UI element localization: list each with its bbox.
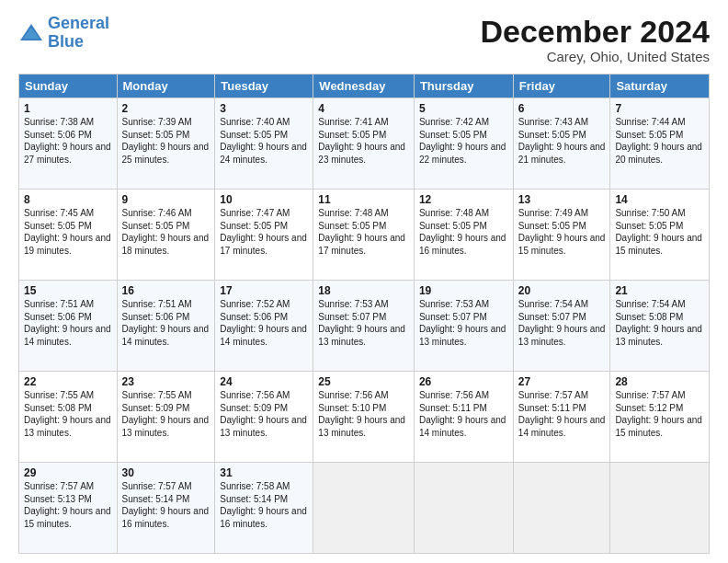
calendar-cell: 20 Sunrise: 7:54 AM Sunset: 5:07 PM Dayl… xyxy=(513,281,610,372)
col-header-sunday: Sunday xyxy=(19,75,118,98)
day-number: 10 xyxy=(220,193,308,206)
col-header-thursday: Thursday xyxy=(414,75,513,98)
day-number: 1 xyxy=(24,102,112,115)
day-number: 27 xyxy=(518,375,606,388)
day-number: 19 xyxy=(419,284,508,297)
day-info: Sunrise: 7:55 AM Sunset: 5:09 PM Dayligh… xyxy=(122,390,210,438)
month-title: December 2024 xyxy=(480,15,710,49)
day-number: 25 xyxy=(318,375,409,388)
day-number: 31 xyxy=(220,466,308,479)
calendar-table: SundayMondayTuesdayWednesdayThursdayFrid… xyxy=(18,74,710,554)
calendar-cell: 17 Sunrise: 7:52 AM Sunset: 5:06 PM Dayl… xyxy=(215,281,313,372)
day-info: Sunrise: 7:47 AM Sunset: 5:05 PM Dayligh… xyxy=(220,208,307,256)
day-number: 3 xyxy=(220,102,308,115)
day-number: 6 xyxy=(518,102,606,115)
logo-icon xyxy=(18,22,44,44)
day-number: 11 xyxy=(318,193,409,206)
day-info: Sunrise: 7:56 AM Sunset: 5:11 PM Dayligh… xyxy=(419,390,506,438)
calendar-cell: 26 Sunrise: 7:56 AM Sunset: 5:11 PM Dayl… xyxy=(414,372,513,463)
page-header: GeneralBlue December 2024 Carey, Ohio, U… xyxy=(18,15,710,64)
day-number: 4 xyxy=(318,102,409,115)
col-header-friday: Friday xyxy=(513,75,610,98)
day-number: 21 xyxy=(615,284,704,297)
day-number: 23 xyxy=(122,375,210,388)
calendar-cell: 14 Sunrise: 7:50 AM Sunset: 5:05 PM Dayl… xyxy=(610,190,710,281)
day-info: Sunrise: 7:53 AM Sunset: 5:07 PM Dayligh… xyxy=(419,299,506,347)
day-info: Sunrise: 7:49 AM Sunset: 5:05 PM Dayligh… xyxy=(518,208,606,256)
calendar-cell: 8 Sunrise: 7:45 AM Sunset: 5:05 PM Dayli… xyxy=(19,190,118,281)
day-info: Sunrise: 7:57 AM Sunset: 5:13 PM Dayligh… xyxy=(24,481,111,529)
day-info: Sunrise: 7:53 AM Sunset: 5:07 PM Dayligh… xyxy=(318,299,405,347)
calendar-cell xyxy=(513,463,610,554)
calendar-cell: 21 Sunrise: 7:54 AM Sunset: 5:08 PM Dayl… xyxy=(610,281,710,372)
day-info: Sunrise: 7:43 AM Sunset: 5:05 PM Dayligh… xyxy=(518,117,606,165)
day-info: Sunrise: 7:56 AM Sunset: 5:09 PM Dayligh… xyxy=(220,390,307,438)
calendar-cell: 10 Sunrise: 7:47 AM Sunset: 5:05 PM Dayl… xyxy=(215,190,313,281)
day-info: Sunrise: 7:57 AM Sunset: 5:12 PM Dayligh… xyxy=(615,390,702,438)
day-number: 17 xyxy=(220,284,308,297)
calendar-cell: 23 Sunrise: 7:55 AM Sunset: 5:09 PM Dayl… xyxy=(117,372,215,463)
calendar-cell: 9 Sunrise: 7:46 AM Sunset: 5:05 PM Dayli… xyxy=(117,190,215,281)
col-header-monday: Monday xyxy=(117,75,215,98)
calendar-cell: 5 Sunrise: 7:42 AM Sunset: 5:05 PM Dayli… xyxy=(414,98,513,190)
day-info: Sunrise: 7:57 AM Sunset: 5:11 PM Dayligh… xyxy=(518,390,606,438)
calendar-cell: 6 Sunrise: 7:43 AM Sunset: 5:05 PM Dayli… xyxy=(513,98,610,190)
calendar-cell: 2 Sunrise: 7:39 AM Sunset: 5:05 PM Dayli… xyxy=(117,98,215,190)
day-info: Sunrise: 7:42 AM Sunset: 5:05 PM Dayligh… xyxy=(419,117,506,165)
day-number: 24 xyxy=(220,375,308,388)
calendar-cell: 30 Sunrise: 7:57 AM Sunset: 5:14 PM Dayl… xyxy=(117,463,215,554)
col-header-wednesday: Wednesday xyxy=(313,75,415,98)
day-number: 13 xyxy=(518,193,606,206)
day-info: Sunrise: 7:50 AM Sunset: 5:05 PM Dayligh… xyxy=(615,208,702,256)
calendar-cell xyxy=(414,463,513,554)
day-info: Sunrise: 7:54 AM Sunset: 5:07 PM Dayligh… xyxy=(518,299,606,347)
calendar-cell: 1 Sunrise: 7:38 AM Sunset: 5:06 PM Dayli… xyxy=(19,98,118,190)
calendar-cell: 29 Sunrise: 7:57 AM Sunset: 5:13 PM Dayl… xyxy=(19,463,118,554)
calendar-cell: 25 Sunrise: 7:56 AM Sunset: 5:10 PM Dayl… xyxy=(313,372,415,463)
day-info: Sunrise: 7:41 AM Sunset: 5:05 PM Dayligh… xyxy=(318,117,405,165)
day-info: Sunrise: 7:44 AM Sunset: 5:05 PM Dayligh… xyxy=(615,117,702,165)
day-number: 5 xyxy=(419,102,508,115)
day-info: Sunrise: 7:52 AM Sunset: 5:06 PM Dayligh… xyxy=(220,299,307,347)
day-info: Sunrise: 7:58 AM Sunset: 5:14 PM Dayligh… xyxy=(220,481,307,529)
calendar-cell: 13 Sunrise: 7:49 AM Sunset: 5:05 PM Dayl… xyxy=(513,190,610,281)
day-info: Sunrise: 7:48 AM Sunset: 5:05 PM Dayligh… xyxy=(419,208,506,256)
day-number: 2 xyxy=(122,102,210,115)
col-header-saturday: Saturday xyxy=(610,75,710,98)
day-number: 22 xyxy=(24,375,112,388)
calendar-cell: 15 Sunrise: 7:51 AM Sunset: 5:06 PM Dayl… xyxy=(19,281,118,372)
calendar-cell xyxy=(313,463,415,554)
calendar-cell: 12 Sunrise: 7:48 AM Sunset: 5:05 PM Dayl… xyxy=(414,190,513,281)
day-info: Sunrise: 7:57 AM Sunset: 5:14 PM Dayligh… xyxy=(122,481,210,529)
day-info: Sunrise: 7:39 AM Sunset: 5:05 PM Dayligh… xyxy=(122,117,210,165)
calendar-cell: 7 Sunrise: 7:44 AM Sunset: 5:05 PM Dayli… xyxy=(610,98,710,190)
day-number: 18 xyxy=(318,284,409,297)
title-block: December 2024 Carey, Ohio, United States xyxy=(480,15,710,64)
day-info: Sunrise: 7:40 AM Sunset: 5:05 PM Dayligh… xyxy=(220,117,307,165)
calendar-cell: 18 Sunrise: 7:53 AM Sunset: 5:07 PM Dayl… xyxy=(313,281,415,372)
day-number: 15 xyxy=(24,284,112,297)
day-number: 28 xyxy=(615,375,704,388)
day-number: 9 xyxy=(122,193,210,206)
day-number: 30 xyxy=(122,466,210,479)
day-number: 26 xyxy=(419,375,508,388)
day-info: Sunrise: 7:48 AM Sunset: 5:05 PM Dayligh… xyxy=(318,208,405,256)
day-info: Sunrise: 7:54 AM Sunset: 5:08 PM Dayligh… xyxy=(615,299,702,347)
calendar-cell: 24 Sunrise: 7:56 AM Sunset: 5:09 PM Dayl… xyxy=(215,372,313,463)
day-info: Sunrise: 7:45 AM Sunset: 5:05 PM Dayligh… xyxy=(24,208,111,256)
calendar-cell: 19 Sunrise: 7:53 AM Sunset: 5:07 PM Dayl… xyxy=(414,281,513,372)
day-info: Sunrise: 7:38 AM Sunset: 5:06 PM Dayligh… xyxy=(24,117,111,165)
day-info: Sunrise: 7:55 AM Sunset: 5:08 PM Dayligh… xyxy=(24,390,111,438)
day-number: 12 xyxy=(419,193,508,206)
day-info: Sunrise: 7:46 AM Sunset: 5:05 PM Dayligh… xyxy=(122,208,210,256)
day-number: 20 xyxy=(518,284,606,297)
calendar-cell xyxy=(610,463,710,554)
calendar-cell: 16 Sunrise: 7:51 AM Sunset: 5:06 PM Dayl… xyxy=(117,281,215,372)
day-number: 29 xyxy=(24,466,112,479)
day-number: 7 xyxy=(615,102,704,115)
calendar-cell: 27 Sunrise: 7:57 AM Sunset: 5:11 PM Dayl… xyxy=(513,372,610,463)
logo-text: GeneralBlue xyxy=(48,15,109,52)
day-info: Sunrise: 7:56 AM Sunset: 5:10 PM Dayligh… xyxy=(318,390,405,438)
calendar-cell: 22 Sunrise: 7:55 AM Sunset: 5:08 PM Dayl… xyxy=(19,372,118,463)
day-info: Sunrise: 7:51 AM Sunset: 5:06 PM Dayligh… xyxy=(122,299,210,347)
